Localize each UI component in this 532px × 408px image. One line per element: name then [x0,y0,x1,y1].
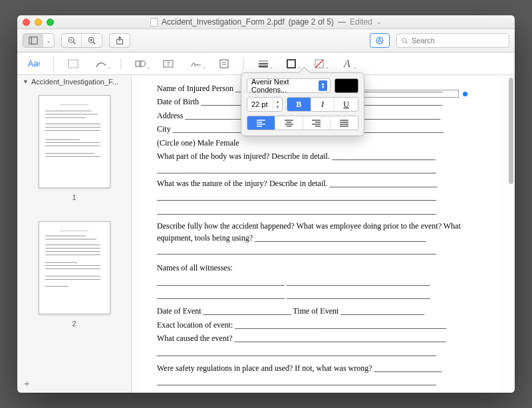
shapes-tool[interactable]: ⌄ [132,56,149,71]
share-button[interactable] [109,33,130,48]
form-line: What part of the body was injured? Descr… [157,150,484,163]
thumbnail-sidebar: ▼ Accident_Investigation_F... ──────────… [17,75,132,393]
text-selection-tool[interactable]: AaI [25,56,43,71]
search-field[interactable] [396,33,509,48]
zoom-segment [61,33,102,48]
preview-window: Accident_Investigation_Form 2.pdf (page … [17,15,515,393]
sketch-tool[interactable]: ⌄ [92,56,110,71]
sidebar-doc-header[interactable]: ▼ Accident_Investigation_F... [17,75,131,88]
form-line: (Circle one) Male Female [157,136,484,150]
window-title: Accident_Investigation_Form 2.pdf (page … [17,17,515,27]
search-icon [401,37,408,45]
scrollbar-thumb[interactable] [509,78,513,184]
font-style-popover: Avenir Next Condens... ▲▼ 22 pt ▲▼ B I U [241,72,364,136]
form-line: Describe fully how the accident happened… [157,220,484,244]
main-toolbar: ⌄ [17,29,515,52]
form-line: ________________________________________… [157,346,484,359]
align-justify-button[interactable] [331,116,358,130]
svg-text:T: T [166,60,170,67]
disclosure-triangle-icon[interactable]: ▼ [23,78,29,85]
view-mode-menu[interactable]: ⌄ [43,34,54,47]
text-align-segment [247,116,358,130]
form-line: ________________________________________… [157,375,484,388]
document-icon [150,18,158,27]
chevron-updown-icon: ▲▼ [319,80,327,91]
close-window-button[interactable] [23,19,30,26]
title-filename: Accident_Investigation_Form 2.pdf [162,17,285,27]
vertical-scrollbar[interactable] [509,78,513,390]
text-tool[interactable]: T [160,56,177,71]
border-color-tool[interactable]: ⌄ [283,56,300,71]
svg-point-16 [140,60,146,66]
markup-toolbar: AaI ⌄ ⌄ T ⌄ ⌄ ⌄ ⌄ A⌄ [17,52,515,75]
add-page-button[interactable]: + [17,373,131,393]
form-line: Names of all witnesses: [157,261,484,274]
font-size-field[interactable]: 22 pt ▲▼ [247,97,283,112]
search-input[interactable] [412,37,505,45]
sidebar-toggle-button[interactable] [23,34,43,47]
text-color-swatch[interactable] [334,78,358,93]
zoom-in-button[interactable] [82,34,102,47]
minimize-window-button[interactable] [35,19,42,26]
align-center-button[interactable] [275,116,303,130]
form-line: What caused the event? _________________… [157,332,484,345]
markup-toggle-button[interactable] [370,33,390,48]
form-line: ________________________________________… [157,244,484,257]
svg-point-12 [402,38,406,42]
page-thumbnail-2[interactable]: ──────────── [39,221,110,314]
svg-rect-25 [287,60,295,68]
svg-rect-0 [29,37,37,45]
titlebar: Accident_Investigation_Form 2.pdf (page … [17,15,515,29]
form-line: ________________________________________… [157,204,484,217]
title-edited-status: Edited [350,17,372,27]
svg-line-6 [93,42,95,44]
zoom-out-button[interactable] [62,34,82,47]
text-style-segment: B I U [287,97,358,112]
align-left-button[interactable] [247,116,275,130]
window-controls [23,19,54,26]
bold-button[interactable]: B [287,98,311,111]
annotation-resize-handle[interactable] [463,92,467,96]
form-line: ________________________________ _______… [157,288,484,302]
thumb-1-label: 1 [72,193,76,201]
font-size-value: 22 pt [247,100,273,108]
thumb-1-container: ──────────── 1 [17,88,131,215]
svg-line-13 [406,42,407,43]
thumb-2-container: ──────────── 2 [17,215,131,341]
svg-rect-14 [68,60,78,68]
font-size-stepper[interactable]: ▲▼ [273,99,282,110]
form-line: ________________________________________… [157,190,484,203]
svg-line-3 [73,42,75,44]
title-dropdown-caret[interactable]: ⌄ [376,19,382,25]
align-right-button[interactable] [303,116,331,130]
title-page-info: (page 2 of 5) [289,17,334,27]
zoom-window-button[interactable] [47,19,54,26]
form-line: Date of Event ______________________ Tim… [157,304,484,318]
sign-tool[interactable]: ⌄ [188,56,205,71]
svg-rect-19 [220,60,228,68]
form-line: ________________________________ _______… [157,275,484,288]
page-thumbnail-1[interactable]: ──────────── [39,95,110,188]
rectangle-select-tool[interactable] [65,56,82,71]
font-family-value: Avenir Next Condens... [251,78,319,94]
line-style-tool[interactable]: ⌄ [255,56,272,71]
form-line: Exact location of event: _______________… [157,318,484,332]
form-line: Were safety regulations in place and use… [157,361,484,375]
form-line: What was the nature of the injury? Descr… [157,177,484,190]
font-family-select[interactable]: Avenir Next Condens... ▲▼ [247,78,331,93]
font-style-tool[interactable]: A⌄ [338,56,356,71]
form-line: Employee went to doctor/hospital? Doctor… [157,391,484,393]
thumb-2-label: 2 [72,320,76,328]
sidebar-doc-name: Accident_Investigation_F... [31,78,118,86]
note-tool[interactable] [215,56,233,71]
fill-color-tool[interactable]: ⌄ [311,56,328,71]
view-mode-segment[interactable]: ⌄ [23,33,55,48]
underline-button[interactable]: U [334,98,358,111]
form-line: ________________________________________… [157,163,484,176]
italic-button[interactable]: I [311,98,335,111]
